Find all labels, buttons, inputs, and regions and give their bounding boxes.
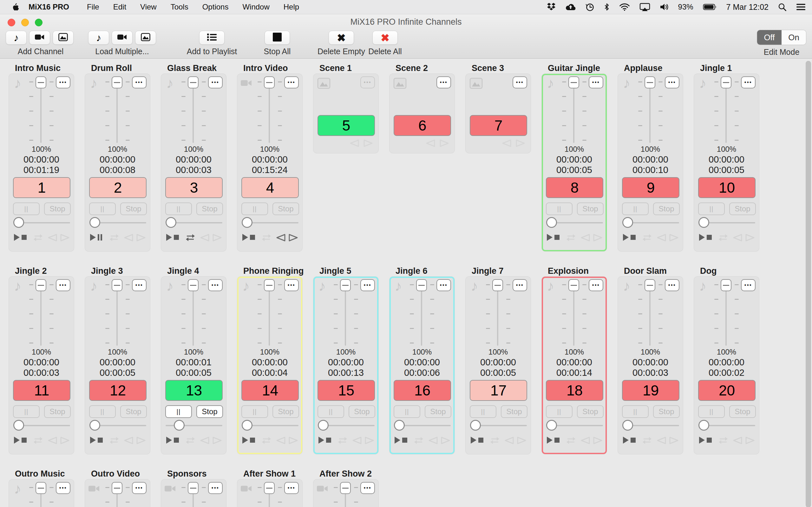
- pause-button[interactable]: ||: [13, 405, 40, 418]
- channel-options-button[interactable]: •••: [513, 279, 527, 291]
- channel-trigger-button[interactable]: 16: [394, 380, 451, 401]
- stop-button[interactable]: Stop: [729, 405, 756, 418]
- stop-button[interactable]: Stop: [196, 405, 223, 418]
- volume-slider-handle[interactable]: [721, 76, 731, 89]
- next-icon[interactable]: [440, 436, 451, 446]
- channel-options-button[interactable]: •••: [208, 279, 223, 291]
- notification-center-icon[interactable]: [796, 3, 806, 11]
- pause-button[interactable]: ||: [394, 405, 420, 418]
- channel-trigger-button[interactable]: 12: [89, 380, 147, 401]
- pause-button[interactable]: ||: [13, 203, 40, 215]
- volume-slider-handle[interactable]: [340, 279, 351, 291]
- volume-slider-handle[interactable]: [36, 76, 46, 89]
- pause-button[interactable]: ||: [89, 203, 116, 215]
- previous-icon[interactable]: [123, 436, 134, 446]
- next-icon[interactable]: [60, 436, 70, 446]
- loop-icon[interactable]: [185, 233, 195, 243]
- previous-icon[interactable]: [656, 436, 667, 446]
- pause-button[interactable]: ||: [241, 203, 268, 215]
- channel-options-button[interactable]: •••: [665, 279, 679, 291]
- channel-trigger-button[interactable]: 11: [13, 380, 70, 401]
- volume-slider-handle[interactable]: [264, 482, 275, 494]
- channel-options-button[interactable]: •••: [56, 482, 70, 494]
- next-icon[interactable]: [593, 436, 603, 446]
- next-icon[interactable]: [136, 233, 147, 243]
- seek-slider-knob[interactable]: [242, 420, 252, 431]
- pause-button[interactable]: ||: [89, 405, 116, 418]
- channel-options-button[interactable]: •••: [360, 76, 375, 89]
- menu-item-options[interactable]: Options: [202, 3, 229, 11]
- pause-button[interactable]: ||: [622, 203, 649, 215]
- previous-icon[interactable]: [580, 233, 591, 243]
- loop-icon[interactable]: [718, 436, 728, 446]
- channel-trigger-button[interactable]: 15: [317, 380, 375, 401]
- stop-button[interactable]: Stop: [120, 405, 147, 418]
- seek-slider-knob[interactable]: [622, 420, 633, 431]
- load-multiple-audio-button[interactable]: ♪: [88, 31, 109, 45]
- next-icon[interactable]: [288, 233, 299, 243]
- menu-item-window[interactable]: Window: [242, 3, 269, 11]
- loop-icon[interactable]: [566, 436, 576, 446]
- menu-item-tools[interactable]: Tools: [171, 3, 189, 11]
- next-icon[interactable]: [288, 436, 299, 446]
- menu-item-edit[interactable]: Edit: [113, 3, 126, 11]
- volume-slider-handle[interactable]: [112, 482, 122, 494]
- edit-mode-off-segment[interactable]: Off: [757, 30, 781, 45]
- wifi-icon[interactable]: [619, 3, 630, 11]
- channel-trigger-button[interactable]: 8: [546, 177, 603, 198]
- volume-slider-handle[interactable]: [645, 76, 655, 89]
- next-icon[interactable]: [364, 436, 375, 446]
- vertical-scrollbar[interactable]: [806, 61, 811, 507]
- previous-icon[interactable]: [501, 139, 512, 149]
- airplay-display-icon[interactable]: [640, 3, 650, 11]
- channel-options-button[interactable]: •••: [208, 76, 223, 89]
- previous-icon[interactable]: [732, 233, 743, 243]
- menu-item-file[interactable]: File: [87, 3, 99, 11]
- previous-icon[interactable]: [427, 436, 438, 446]
- channel-options-button[interactable]: •••: [437, 279, 451, 291]
- seek-slider-knob[interactable]: [470, 420, 481, 431]
- edit-mode-on-segment[interactable]: On: [781, 30, 806, 45]
- seek-slider-knob[interactable]: [394, 420, 405, 431]
- previous-icon[interactable]: [580, 436, 591, 446]
- volume-icon[interactable]: [660, 3, 669, 11]
- channel-trigger-button[interactable]: 3: [165, 177, 223, 198]
- next-icon[interactable]: [745, 436, 756, 446]
- previous-icon[interactable]: [275, 436, 286, 446]
- seek-slider-knob[interactable]: [90, 420, 100, 431]
- time-machine-icon[interactable]: [586, 3, 595, 11]
- stop-button[interactable]: Stop: [577, 203, 604, 215]
- previous-icon[interactable]: [47, 233, 58, 243]
- previous-icon[interactable]: [275, 233, 286, 243]
- menu-clock[interactable]: 7 Mar 12:02: [726, 3, 768, 12]
- previous-icon[interactable]: [199, 233, 210, 243]
- seek-slider-knob[interactable]: [546, 420, 557, 431]
- load-multiple-video-button[interactable]: [112, 31, 133, 45]
- pause-button[interactable]: ||: [165, 405, 192, 418]
- stop-button[interactable]: Stop: [196, 203, 223, 215]
- next-icon[interactable]: [363, 139, 374, 149]
- pause-button[interactable]: ||: [546, 203, 572, 215]
- volume-slider-handle[interactable]: [264, 76, 275, 89]
- stop-button[interactable]: Stop: [577, 405, 604, 418]
- loop-icon[interactable]: [185, 436, 195, 446]
- channel-trigger-button[interactable]: 5: [317, 115, 375, 136]
- previous-icon[interactable]: [732, 436, 743, 446]
- seek-slider-knob[interactable]: [622, 217, 633, 228]
- previous-icon[interactable]: [123, 233, 134, 243]
- stop-button[interactable]: Stop: [272, 203, 299, 215]
- channel-trigger-button[interactable]: 2: [89, 177, 147, 198]
- channel-options-button[interactable]: •••: [360, 482, 375, 494]
- stop-button[interactable]: Stop: [44, 203, 71, 215]
- channel-options-button[interactable]: •••: [360, 279, 375, 291]
- next-icon[interactable]: [439, 139, 450, 149]
- channel-options-button[interactable]: •••: [589, 76, 603, 89]
- stop-button[interactable]: Stop: [729, 203, 756, 215]
- pause-button[interactable]: ||: [241, 405, 268, 418]
- volume-slider-handle[interactable]: [36, 279, 46, 291]
- pause-button[interactable]: ||: [165, 203, 192, 215]
- volume-slider-handle[interactable]: [188, 279, 199, 291]
- channel-options-button[interactable]: •••: [589, 279, 603, 291]
- channel-trigger-button[interactable]: 18: [546, 380, 603, 401]
- loop-icon[interactable]: [109, 233, 119, 243]
